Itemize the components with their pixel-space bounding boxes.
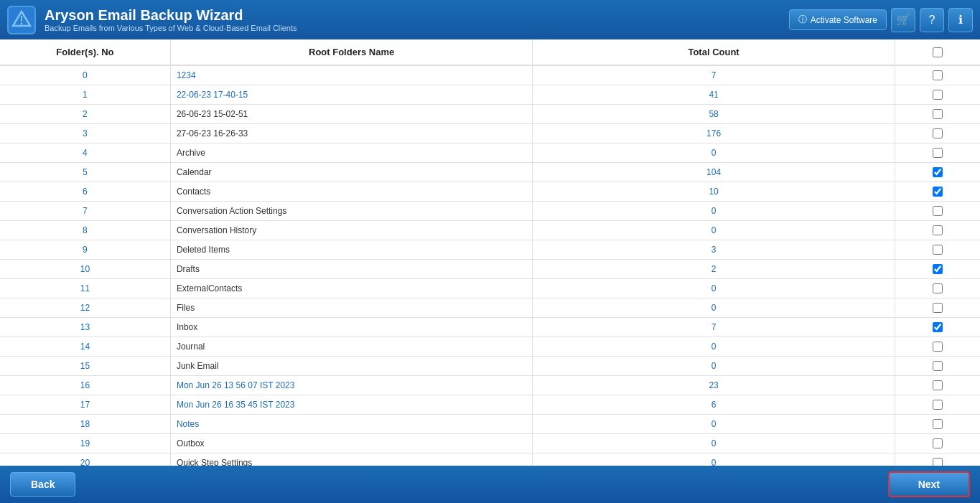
table-row: 11ExternalContacts0 [0,279,980,298]
folder-number-cell: 10 [0,260,170,279]
folder-name-cell: Junk Email [170,357,532,376]
next-button[interactable]: Next [888,471,970,497]
col-header-total-count: Total Count [533,39,895,65]
app-title: Aryson Email Backup Wizard [45,7,789,24]
folder-table: Folder(s). No Root Folders Name Total Co… [0,39,980,466]
col-header-root-name: Root Folders Name [170,39,532,65]
checkbox-cell[interactable] [895,260,980,279]
checkbox-cell[interactable] [895,182,980,202]
table-row: 012347 [0,65,980,85]
row-checkbox[interactable] [933,187,943,197]
row-checkbox[interactable] [933,70,943,80]
checkbox-cell[interactable] [895,298,980,318]
checkbox-cell[interactable] [895,202,980,221]
folder-number-cell: 19 [0,434,170,453]
row-checkbox[interactable] [933,303,943,313]
table-row: 14Journal0 [0,337,980,357]
checkbox-cell[interactable] [895,144,980,163]
folder-number-cell: 15 [0,357,170,376]
row-checkbox[interactable] [933,245,943,255]
col-header-select-all[interactable] [895,39,980,65]
total-count-cell: 41 [533,85,895,105]
checkbox-cell[interactable] [895,357,980,376]
row-checkbox[interactable] [933,283,943,293]
folder-name-cell: Conversation History [170,221,532,240]
app-header: Aryson Email Backup Wizard Backup Emails… [0,0,980,39]
total-count-cell: 0 [533,337,895,357]
info-button[interactable]: ℹ [948,8,973,32]
select-all-checkbox[interactable] [933,47,943,57]
total-count-cell: 58 [533,105,895,124]
total-count-cell: 0 [533,221,895,240]
folder-name-cell: Conversation Action Settings [170,202,532,221]
row-checkbox[interactable] [933,90,943,100]
folder-number-cell: 6 [0,182,170,202]
row-checkbox[interactable] [933,342,943,352]
row-checkbox[interactable] [933,438,943,448]
row-checkbox[interactable] [933,361,943,371]
checkbox-cell[interactable] [895,240,980,260]
table-row: 16Mon Jun 26 13 56 07 IST 202323 [0,376,980,395]
table-row: 122-06-23 17-40-1541 [0,85,980,105]
table-header-row: Folder(s). No Root Folders Name Total Co… [0,39,980,65]
row-checkbox[interactable] [933,380,943,390]
folder-name-cell: Mon Jun 26 16 35 45 IST 2023 [170,395,532,415]
total-count-cell: 0 [533,202,895,221]
folder-name-cell: 27-06-23 16-26-33 [170,124,532,144]
folder-number-cell: 17 [0,395,170,415]
folder-name-cell: Contacts [170,182,532,202]
folder-number-cell: 11 [0,279,170,298]
checkbox-cell[interactable] [895,221,980,240]
total-count-cell: 6 [533,395,895,415]
info-circle-icon: ⓘ [798,14,807,26]
folder-number-cell: 7 [0,202,170,221]
row-checkbox[interactable] [933,400,943,410]
table-row: 9Deleted Items3 [0,240,980,260]
folder-name-cell: Deleted Items [170,240,532,260]
checkbox-cell[interactable] [895,318,980,337]
row-checkbox[interactable] [933,264,943,274]
checkbox-cell[interactable] [895,453,980,466]
row-checkbox[interactable] [933,128,943,138]
row-checkbox[interactable] [933,322,943,332]
folder-number-cell: 14 [0,337,170,357]
checkbox-cell[interactable] [895,124,980,144]
total-count-cell: 0 [533,298,895,318]
checkbox-cell[interactable] [895,395,980,415]
back-button[interactable]: Back [10,472,75,497]
checkbox-cell[interactable] [895,163,980,182]
help-button[interactable]: ? [920,8,944,32]
folder-number-cell: 0 [0,65,170,85]
row-checkbox[interactable] [933,167,943,177]
total-count-cell: 0 [533,453,895,466]
row-checkbox[interactable] [933,225,943,235]
app-logo [7,6,36,34]
row-checkbox[interactable] [933,206,943,216]
total-count-cell: 104 [533,163,895,182]
total-count-cell: 0 [533,357,895,376]
folder-name-cell: Outbox [170,434,532,453]
row-checkbox[interactable] [933,458,943,466]
checkbox-cell[interactable] [895,337,980,357]
folder-number-cell: 1 [0,85,170,105]
folder-number-cell: 2 [0,105,170,124]
checkbox-cell[interactable] [895,434,980,453]
total-count-cell: 10 [533,182,895,202]
folder-number-cell: 5 [0,163,170,182]
checkbox-cell[interactable] [895,105,980,124]
folder-number-cell: 4 [0,144,170,163]
activate-software-button[interactable]: ⓘ Activate Software [789,9,887,30]
row-checkbox[interactable] [933,419,943,429]
row-checkbox[interactable] [933,109,943,119]
checkbox-cell[interactable] [895,65,980,85]
table-row: 226-06-23 15-02-5158 [0,105,980,124]
folder-name-cell: Calendar [170,163,532,182]
checkbox-cell[interactable] [895,415,980,434]
table-row: 12Files0 [0,298,980,318]
row-checkbox[interactable] [933,148,943,158]
checkbox-cell[interactable] [895,85,980,105]
folder-number-cell: 12 [0,298,170,318]
checkbox-cell[interactable] [895,376,980,395]
checkbox-cell[interactable] [895,279,980,298]
cart-button[interactable]: 🛒 [891,8,915,32]
